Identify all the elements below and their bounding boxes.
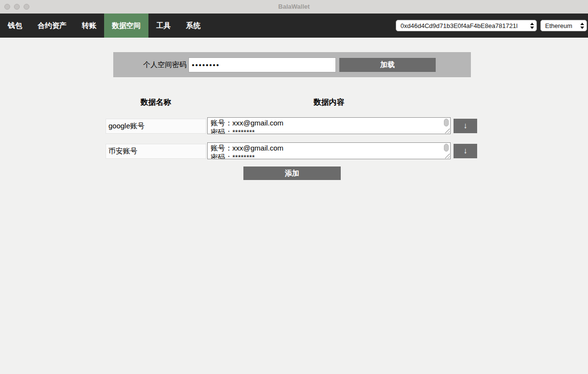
- nav-item-transfer[interactable]: 转账: [74, 14, 104, 38]
- data-content-textarea[interactable]: [207, 117, 451, 134]
- app-window: BalaWallet 钱包 合约资产 转账 数据空间 工具 系统 0xd46d4…: [0, 0, 588, 374]
- network-select[interactable]: Ethereum: [540, 20, 587, 31]
- data-content-field: [207, 117, 451, 134]
- nav-item-system[interactable]: 系统: [178, 14, 208, 38]
- download-row-button[interactable]: ↓: [454, 144, 477, 158]
- data-content-field: [207, 142, 451, 159]
- titlebar: BalaWallet: [0, 0, 588, 14]
- data-content-header: 数据内容: [207, 97, 451, 108]
- password-input[interactable]: [188, 57, 336, 72]
- load-button[interactable]: 加载: [339, 58, 436, 72]
- nav-item-wallet[interactable]: 钱包: [0, 14, 30, 38]
- nav-item-data-space[interactable]: 数据空间: [104, 14, 148, 38]
- wallet-address-value: 0xd46d4Cd9d71b3E0f4aF4bE8ea781721l: [401, 22, 518, 29]
- data-name-input[interactable]: [106, 119, 206, 134]
- wallet-address-select[interactable]: 0xd46d4Cd9d71b3E0f4aF4bE8ea781721l: [396, 20, 537, 31]
- window-title: BalaWallet: [0, 0, 588, 14]
- main-navbar: 钱包 合约资产 转账 数据空间 工具 系统 0xd46d4Cd9d71b3E0f…: [0, 14, 588, 38]
- nav-item-tools[interactable]: 工具: [148, 14, 178, 38]
- nav-item-contract-assets[interactable]: 合约资产: [30, 14, 74, 38]
- password-label: 个人空间密码: [143, 60, 187, 69]
- personal-space-password-bar: 个人空间密码 加载: [113, 52, 471, 77]
- download-row-button[interactable]: ↓: [454, 119, 477, 133]
- updown-arrows-icon: [577, 23, 584, 29]
- data-name-header: 数据名称: [106, 97, 206, 108]
- add-button[interactable]: 添加: [243, 166, 341, 180]
- network-value: Ethereum: [545, 22, 572, 29]
- nav-right-controls: 0xd46d4Cd9d71b3E0f4aF4bE8ea781721l Ether…: [396, 14, 588, 38]
- data-name-input[interactable]: [106, 144, 206, 159]
- data-content-textarea[interactable]: [207, 142, 451, 159]
- updown-arrows-icon: [527, 23, 534, 29]
